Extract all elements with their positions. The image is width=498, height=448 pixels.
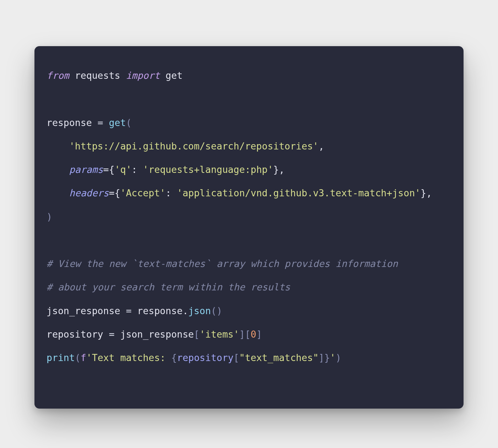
fstr-var-repository: repository <box>177 352 234 363</box>
idx-key-items: 'items' <box>200 329 239 340</box>
keyword-import: import <box>126 70 160 81</box>
idx-open: [ <box>194 329 200 340</box>
fstr-idx-close: ] <box>319 352 324 363</box>
comma: , <box>279 164 285 175</box>
var-json-response: json_response <box>47 305 120 316</box>
empty-parens: () <box>211 305 222 316</box>
code-block[interactable]: from requests import get response = get(… <box>47 64 451 370</box>
ref-response: response <box>137 305 183 316</box>
headers-open: ={ <box>109 187 120 198</box>
kwarg-params: params <box>69 164 103 175</box>
fstr-open: ' <box>86 352 92 363</box>
module-requests: requests <box>75 70 120 81</box>
idx-zero: 0 <box>250 329 256 340</box>
fstr-idx-key: "text_matches" <box>239 352 319 363</box>
assign-op: = <box>92 117 109 128</box>
headers-close: } <box>421 187 426 198</box>
fstr-idx-open: [ <box>234 352 239 363</box>
params-open: ={ <box>103 164 115 175</box>
comma: , <box>426 187 432 198</box>
fstr-close: ' <box>330 352 336 363</box>
idx-close: ] <box>239 329 245 340</box>
call-json: json <box>188 305 211 316</box>
colon: : <box>131 164 137 175</box>
dot: . <box>183 305 188 316</box>
fstr-lbrace: { <box>171 352 177 363</box>
code-card: from requests import get response = get(… <box>34 46 464 409</box>
paren-close: ) <box>47 211 52 222</box>
f-prefix: f <box>81 352 86 363</box>
headers-key: 'Accept' <box>120 187 166 198</box>
call-print: print <box>47 352 75 363</box>
params-close: } <box>273 164 279 175</box>
paren-open: ( <box>75 352 81 363</box>
headers-val: 'application/vnd.github.v3.text-match+js… <box>177 187 421 198</box>
call-get: get <box>109 117 126 128</box>
comment-line-2: # about your search term within the resu… <box>47 282 290 293</box>
paren-open: ( <box>126 117 131 128</box>
paren-close: ) <box>336 352 341 363</box>
kwarg-headers: headers <box>69 187 109 198</box>
page-background: from requests import get response = get(… <box>0 0 498 448</box>
keyword-from: from <box>47 70 69 81</box>
assign-op: = <box>103 329 120 340</box>
var-repository: repository <box>47 329 103 340</box>
ref-json-response: json_response <box>120 329 194 340</box>
comma: , <box>319 141 324 152</box>
fstr-rbrace: } <box>324 352 330 363</box>
comment-line-1: # View the new `text-matches` array whic… <box>47 258 398 269</box>
import-get: get <box>166 70 183 81</box>
colon: : <box>166 187 171 198</box>
arg-url: 'https://api.github.com/search/repositor… <box>69 141 319 152</box>
var-response: response <box>47 117 92 128</box>
idx-open: [ <box>245 329 250 340</box>
idx-close: ] <box>256 329 262 340</box>
params-key: 'q' <box>114 164 131 175</box>
fstr-text: Text matches: <box>92 352 171 363</box>
assign-op: = <box>120 305 137 316</box>
params-val: 'requests+language:php' <box>143 164 273 175</box>
